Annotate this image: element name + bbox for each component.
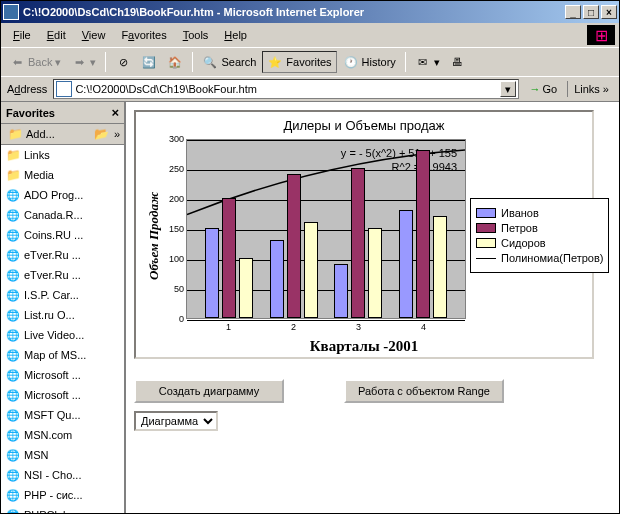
menu-edit[interactable]: Edit (39, 27, 74, 43)
chart-bar (351, 168, 365, 318)
chart-bar (399, 210, 413, 318)
maximize-button[interactable]: □ (583, 5, 599, 19)
favorite-item[interactable]: MSFT Qu... (1, 405, 124, 425)
address-input[interactable] (75, 83, 500, 95)
favorite-label: Links (24, 149, 50, 161)
legend-line-icon (476, 258, 496, 259)
favorite-item[interactable]: eTver.Ru ... (1, 265, 124, 285)
favorite-item[interactable]: MSN.com (1, 425, 124, 445)
favorite-item[interactable]: NSI - Cho... (1, 465, 124, 485)
favorite-label: MSN (24, 449, 48, 461)
title-bar: C:\!O2000\DsCd\Ch19\BookFour.htm - Micro… (1, 1, 619, 23)
y-tick: 250 (169, 164, 184, 174)
favorite-label: Coins.RU ... (24, 229, 83, 241)
chart-bar (334, 264, 348, 318)
y-tick: 100 (169, 254, 184, 264)
chart-type-select[interactable]: Диаграмма (134, 411, 218, 431)
forward-button[interactable]: ➡▾ (67, 52, 100, 72)
chart-legend: Иванов Петров Сидоров Полиномиа(Петров) (470, 198, 609, 273)
favorite-label: Media (24, 169, 54, 181)
history-button[interactable]: 🕐History (339, 52, 400, 72)
favorite-label: eTver.Ru ... (24, 249, 81, 261)
address-bar: Address ▾ Go Links » (1, 76, 619, 101)
go-button[interactable]: Go (523, 81, 563, 97)
favorite-item[interactable]: Map of MS... (1, 345, 124, 365)
favorite-label: MSFT Qu... (24, 409, 81, 421)
favorites-list[interactable]: LinksMediaADO Prog...Canada.R...Coins.RU… (1, 145, 124, 514)
chart-bar (287, 174, 301, 318)
refresh-button[interactable]: 🔄 (137, 52, 161, 72)
windows-logo-icon (587, 25, 615, 45)
y-tick: 300 (169, 134, 184, 144)
favorite-item[interactable]: Microsoft ... (1, 365, 124, 385)
favorites-icon: ⭐ (267, 54, 283, 70)
links-button[interactable]: Links » (567, 81, 615, 97)
favorite-item[interactable]: Media (1, 165, 124, 185)
favorite-item[interactable]: Links (1, 145, 124, 165)
y-tick: 150 (169, 224, 184, 234)
chart-plot-area: y = - 5(x^2) + 51x + 155 R^2 = 0.9943 (186, 139, 466, 319)
page-icon (5, 187, 21, 203)
chart-bar (222, 198, 236, 318)
favorite-item[interactable]: Coins.RU ... (1, 225, 124, 245)
page-icon (5, 327, 21, 343)
chart-bar (433, 216, 447, 318)
menu-file[interactable]: FFileile (5, 27, 39, 43)
folder-icon (5, 167, 21, 183)
mail-icon: ✉ (415, 54, 431, 70)
address-dropdown-button[interactable]: ▾ (500, 81, 516, 97)
favorite-item[interactable]: Live Video... (1, 325, 124, 345)
create-chart-button[interactable]: Создать диаграмму (134, 379, 284, 403)
stop-icon: ⊘ (115, 54, 131, 70)
menu-help[interactable]: Help (216, 27, 255, 43)
favorite-label: ADO Prog... (24, 189, 83, 201)
favorite-item[interactable]: eTver.Ru ... (1, 245, 124, 265)
chart-bar (368, 228, 382, 318)
page-icon (5, 487, 21, 503)
favorite-item[interactable]: Microsoft ... (1, 385, 124, 405)
page-icon (5, 467, 21, 483)
y-axis-label: Объем Продаж (144, 139, 164, 332)
window-title: C:\!O2000\DsCd\Ch19\BookFour.htm - Micro… (23, 6, 563, 18)
close-button[interactable]: × (601, 5, 617, 19)
favorite-item[interactable]: I.S.P. Car... (1, 285, 124, 305)
menu-view[interactable]: View (74, 27, 114, 43)
home-button[interactable]: 🏠 (163, 52, 187, 72)
favorite-label: MSN.com (24, 429, 72, 441)
legend-label: Полиномиа(Петров) (501, 252, 603, 264)
legend-swatch-icon (476, 208, 496, 218)
search-button[interactable]: 🔍Search (198, 52, 260, 72)
back-button[interactable]: ⬅Back ▾ (5, 52, 65, 72)
page-icon (5, 287, 21, 303)
history-icon: 🕐 (343, 54, 359, 70)
add-favorite-button[interactable]: Add... (5, 126, 58, 142)
favorite-item[interactable]: MSN (1, 445, 124, 465)
x-axis-label: Кварталы -2001 (144, 338, 584, 355)
home-icon: 🏠 (167, 54, 183, 70)
menu-tools[interactable]: Tools (175, 27, 217, 43)
y-tick: 50 (174, 284, 184, 294)
print-button[interactable]: 🖶 (446, 52, 470, 72)
favorite-item[interactable]: List.ru О... (1, 305, 124, 325)
organize-button[interactable] (94, 126, 110, 142)
range-object-button[interactable]: Работа с объектом Range (344, 379, 504, 403)
action-row: Создать диаграмму Работа с объектом Rang… (134, 379, 611, 403)
favorite-item[interactable]: PHP - сис... (1, 485, 124, 505)
menu-favorites[interactable]: Favorites (113, 27, 174, 43)
mail-button[interactable]: ✉▾ (411, 52, 444, 72)
stop-button[interactable]: ⊘ (111, 52, 135, 72)
page-icon (5, 387, 21, 403)
favorite-item[interactable]: PHPClub -... (1, 505, 124, 514)
favorites-button[interactable]: ⭐Favorites (262, 51, 336, 73)
favorite-label: List.ru О... (24, 309, 75, 321)
favorite-item[interactable]: Canada.R... (1, 205, 124, 225)
menu-bar: FFileile Edit View Favorites Tools Help (1, 23, 619, 47)
print-icon: 🖶 (450, 54, 466, 70)
favorite-item[interactable]: ADO Prog... (1, 185, 124, 205)
favorite-label: eTver.Ru ... (24, 269, 81, 281)
address-label: Address (5, 83, 49, 95)
minimize-button[interactable]: _ (565, 5, 581, 19)
forward-arrow-icon: ➡ (71, 54, 87, 70)
favorite-label: Canada.R... (24, 209, 83, 221)
sidebar-close-button[interactable]: × (111, 105, 119, 120)
